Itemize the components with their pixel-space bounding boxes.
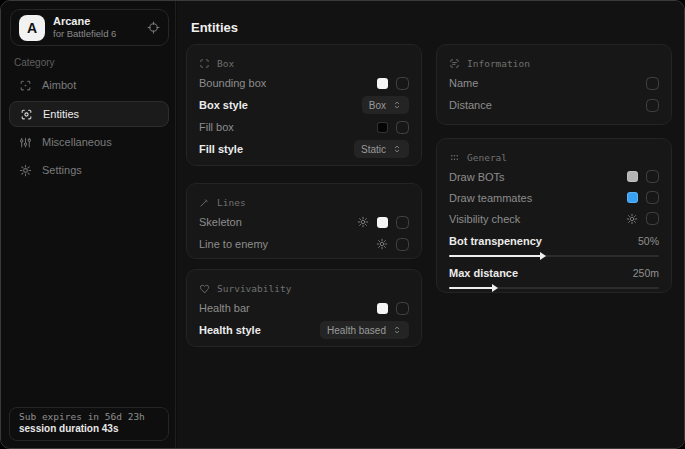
survivability-panel: Survivability Health bar Health style He…: [186, 269, 422, 347]
sidebar-item-label: Aimbot: [42, 79, 76, 91]
visibility-check-label: Visibility check: [449, 213, 520, 225]
main-content: Entities Box Bounding box Box style Box: [177, 1, 684, 448]
draw-bots-label: Draw BOTs: [449, 171, 505, 183]
box-style-dropdown[interactable]: Box: [362, 96, 409, 114]
skeleton-row: Skeleton: [199, 211, 409, 233]
sidebar-item-miscellaneous[interactable]: Miscellaneous: [9, 129, 169, 155]
page-title: Entities: [191, 20, 238, 35]
box-style-label: Box style: [199, 99, 248, 111]
max-distance-label: Max distance: [449, 267, 518, 279]
app-logo: A: [19, 15, 45, 41]
slider-thumb[interactable]: [492, 284, 498, 292]
bot-transparency-label: Bot transpenency: [449, 235, 542, 247]
draw-teammates-label: Draw teammates: [449, 192, 532, 204]
visibility-check-row: Visibility check: [449, 208, 659, 229]
health-bar-row: Health bar: [199, 297, 409, 319]
name-label: Name: [449, 77, 478, 89]
visibility-check-checkbox[interactable]: [646, 212, 659, 225]
health-bar-label: Health bar: [199, 302, 250, 314]
draw-teammates-checkbox[interactable]: [646, 191, 659, 204]
panel-header-label: General: [467, 152, 507, 163]
panel-header-label: Survivability: [217, 283, 291, 294]
category-label: Category: [14, 57, 55, 68]
chevrons-up-down-icon: [392, 144, 402, 154]
line-to-enemy-label: Line to enemy: [199, 238, 268, 250]
sidebar-item-settings[interactable]: Settings: [9, 157, 169, 183]
box-style-row: Box style Box: [199, 94, 409, 116]
fill-box-label: Fill box: [199, 121, 234, 133]
panel-header-label: Information: [467, 58, 530, 69]
health-style-row: Health style Health based: [199, 319, 409, 341]
max-distance-row: Max distance 250m: [449, 264, 659, 282]
distance-checkbox[interactable]: [646, 99, 659, 112]
health-bar-checkbox[interactable]: [396, 302, 409, 315]
panel-header-label: Box: [217, 58, 234, 69]
draw-teammates-row: Draw teammates: [449, 187, 659, 208]
slider-thumb[interactable]: [540, 252, 546, 260]
information-panel: Information Name Distance: [436, 44, 672, 125]
chevrons-up-down-icon: [392, 100, 402, 110]
scan-text-icon: [449, 58, 460, 69]
fill-style-value: Static: [361, 144, 386, 155]
sidebar-item-aimbot[interactable]: Aimbot: [9, 72, 169, 98]
fill-style-dropdown[interactable]: Static: [354, 140, 409, 158]
health-style-value: Health based: [327, 325, 386, 336]
bounding-box-row: Bounding box: [199, 72, 409, 94]
sliders-icon: [19, 136, 32, 149]
lines-panel: Lines Skeleton Line to enemy: [186, 183, 422, 259]
sidebar-item-label: Settings: [42, 164, 82, 176]
max-distance-value: 250m: [633, 267, 659, 279]
chevrons-up-down-icon: [392, 325, 402, 335]
max-distance-slider[interactable]: [449, 287, 659, 289]
grid-dots-icon: [449, 152, 460, 163]
fill-style-label: Fill style: [199, 143, 243, 155]
session-duration-text: session duration 43s: [19, 423, 159, 434]
bounding-box-label: Bounding box: [199, 77, 266, 89]
skeleton-color-swatch[interactable]: [377, 217, 388, 228]
line-to-enemy-settings-gear-icon[interactable]: [376, 238, 388, 250]
health-style-label: Health style: [199, 324, 261, 336]
skeleton-checkbox[interactable]: [396, 216, 409, 229]
skeleton-settings-gear-icon[interactable]: [357, 216, 369, 228]
bot-transparency-value: 50%: [638, 235, 659, 247]
sidebar-item-label: Entities: [43, 108, 79, 120]
scan-box-icon: [199, 58, 210, 69]
heart-icon: [199, 283, 210, 294]
name-row: Name: [449, 72, 659, 94]
draw-bots-color-swatch[interactable]: [627, 171, 638, 182]
panel-header-label: Lines: [217, 197, 246, 208]
line-to-enemy-checkbox[interactable]: [396, 238, 409, 251]
health-bar-color-swatch[interactable]: [377, 303, 388, 314]
fill-box-checkbox[interactable]: [396, 121, 409, 134]
subscription-info-card: Sub expires in 56d 23h session duration …: [9, 407, 169, 441]
skeleton-label: Skeleton: [199, 216, 242, 228]
sub-expiry-text: Sub expires in 56d 23h: [19, 411, 159, 422]
name-checkbox[interactable]: [646, 77, 659, 90]
visibility-check-settings-gear-icon[interactable]: [626, 213, 638, 225]
general-panel: General Draw BOTs Draw teammates Visibil…: [436, 138, 672, 293]
app-title: Arcane: [53, 15, 139, 29]
sidebar-item-entities[interactable]: Entities: [9, 101, 169, 127]
health-style-dropdown[interactable]: Health based: [320, 321, 409, 339]
distance-label: Distance: [449, 99, 492, 111]
draw-bots-checkbox[interactable]: [646, 170, 659, 183]
pencil-line-icon: [199, 197, 210, 208]
line-to-enemy-row: Line to enemy: [199, 233, 409, 255]
draw-bots-row: Draw BOTs: [449, 166, 659, 187]
bounding-box-checkbox[interactable]: [396, 77, 409, 90]
logo-card: A Arcane for Battlefield 6: [10, 9, 169, 46]
sidebar-item-label: Miscellaneous: [42, 136, 112, 148]
fill-box-row: Fill box: [199, 116, 409, 138]
bounding-box-color-swatch[interactable]: [377, 78, 388, 89]
box-panel: Box Bounding box Box style Box Fill box: [186, 44, 422, 166]
crosshair-target-icon[interactable]: [147, 21, 160, 34]
box-style-value: Box: [369, 100, 386, 111]
distance-row: Distance: [449, 94, 659, 116]
sidebar: A Arcane for Battlefield 6 Category Aimb…: [1, 1, 176, 448]
bot-transparency-row: Bot transpenency 50%: [449, 232, 659, 250]
fill-style-row: Fill style Static: [199, 138, 409, 160]
draw-teammates-color-swatch[interactable]: [627, 192, 638, 203]
fill-box-color-swatch[interactable]: [377, 122, 388, 133]
scan-eye-icon: [20, 108, 33, 121]
bot-transparency-slider[interactable]: [449, 255, 659, 257]
